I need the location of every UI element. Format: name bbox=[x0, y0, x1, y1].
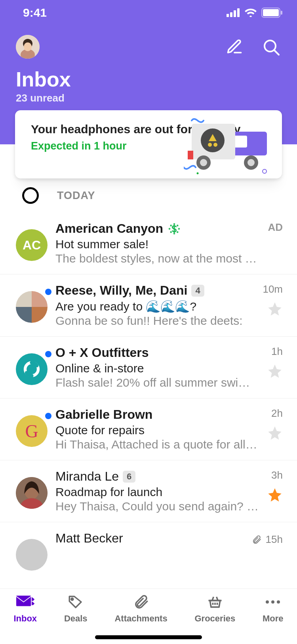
email-subject: Are you ready to 🌊🌊🌊? bbox=[55, 299, 255, 313]
svg-point-45 bbox=[277, 600, 280, 604]
svg-point-25 bbox=[179, 228, 179, 229]
email-time: 10m bbox=[263, 283, 283, 295]
search-icon[interactable] bbox=[262, 38, 281, 59]
email-subject: Roadmap for launch bbox=[55, 485, 259, 499]
svg-rect-1 bbox=[230, 12, 232, 17]
svg-rect-6 bbox=[281, 11, 282, 15]
svg-point-28 bbox=[171, 225, 171, 226]
delivery-truck-icon bbox=[184, 116, 271, 175]
sender-name: Reese, Willy, Me, Dani bbox=[55, 283, 187, 298]
delivery-card[interactable]: Your headphones are out for delivery Exp… bbox=[15, 110, 282, 178]
svg-point-29 bbox=[177, 225, 178, 226]
email-snippet: Hi Thaisa, Attached is a quote for all … bbox=[55, 438, 259, 451]
svg-rect-5 bbox=[263, 9, 279, 16]
email-subject: Hot summer sale! bbox=[55, 238, 260, 251]
sparkle-dollar-icon bbox=[167, 222, 181, 236]
email-row-ad[interactable]: AC American Canyon Hot summer sale! The … bbox=[0, 213, 297, 274]
email-snippet: Flash sale! 20% off all summer swim… bbox=[55, 376, 259, 389]
group-avatar bbox=[16, 291, 48, 323]
svg-point-22 bbox=[263, 169, 267, 173]
email-row[interactable]: G Gabrielle Brown Quote for repairs Hi T… bbox=[0, 399, 297, 460]
email-snippet: Gonna be so fun!! Here's the deets: bbox=[55, 314, 255, 328]
email-list: TODAY AC American Canyon Hot summer sale… bbox=[0, 178, 297, 596]
nav-deals[interactable]: Deals bbox=[64, 593, 88, 644]
star-icon[interactable] bbox=[267, 301, 283, 317]
email-snippet: Hey Thaisa, Could you send again? I … bbox=[55, 500, 259, 513]
svg-point-23 bbox=[197, 172, 199, 174]
compose-icon[interactable] bbox=[226, 38, 243, 59]
sender-avatar bbox=[16, 477, 48, 509]
svg-rect-0 bbox=[227, 14, 229, 17]
sender-avatar: G bbox=[16, 415, 48, 447]
svg-point-26 bbox=[174, 224, 175, 224]
status-bar: 9:41 bbox=[0, 0, 297, 25]
email-snippet: The boldest styles, now at the most adve… bbox=[55, 252, 260, 265]
svg-point-10 bbox=[24, 42, 32, 51]
svg-rect-3 bbox=[237, 8, 240, 17]
svg-point-24 bbox=[169, 228, 170, 229]
nav-label: More bbox=[263, 613, 284, 624]
selection-circle-icon[interactable] bbox=[22, 187, 39, 204]
svg-point-30 bbox=[177, 232, 178, 232]
unread-count: 23 unread bbox=[16, 92, 297, 104]
svg-point-44 bbox=[271, 600, 274, 604]
sender-name: Miranda Le bbox=[55, 469, 119, 484]
mail-icon bbox=[16, 593, 34, 611]
email-subject: Online & in-store bbox=[55, 362, 259, 375]
ad-label: AD bbox=[268, 221, 283, 234]
thread-count: 6 bbox=[123, 471, 135, 483]
nav-label: Deals bbox=[64, 613, 88, 624]
star-icon[interactable] bbox=[267, 487, 283, 503]
sender-name: Matt Becker bbox=[55, 531, 123, 546]
section-header: TODAY bbox=[0, 178, 297, 213]
paperclip-icon bbox=[132, 593, 150, 611]
unread-dot-icon bbox=[45, 413, 51, 419]
nav-more[interactable]: More bbox=[263, 593, 284, 644]
home-indicator[interactable] bbox=[95, 635, 202, 639]
svg-point-19 bbox=[200, 159, 207, 166]
sender-avatar bbox=[16, 539, 48, 571]
email-row[interactable]: O + X Outfitters Online & in-store Flash… bbox=[0, 337, 297, 399]
email-row[interactable]: Miranda Le 6 Roadmap for launch Hey Thai… bbox=[0, 460, 297, 522]
attachment-icon bbox=[251, 535, 262, 545]
unread-dot-icon bbox=[45, 289, 51, 295]
email-row[interactable]: Matt Becker 15h bbox=[0, 522, 297, 579]
status-icons bbox=[227, 8, 283, 18]
basket-icon bbox=[206, 593, 224, 611]
svg-point-27 bbox=[174, 233, 175, 234]
svg-point-43 bbox=[266, 600, 269, 604]
tag-icon bbox=[67, 593, 85, 611]
status-time: 9:41 bbox=[23, 6, 47, 19]
email-subject: Quote for repairs bbox=[55, 424, 259, 437]
unread-dot-icon bbox=[45, 351, 51, 357]
svg-point-31 bbox=[171, 232, 171, 232]
email-time: 3h bbox=[271, 469, 283, 481]
sender-name: Gabrielle Brown bbox=[55, 407, 152, 422]
svg-rect-16 bbox=[188, 151, 193, 159]
wifi-icon bbox=[244, 8, 257, 17]
sender-avatar bbox=[16, 353, 48, 385]
signal-icon bbox=[227, 8, 240, 17]
email-time: 2h bbox=[271, 407, 283, 420]
nav-label: Attachments bbox=[114, 613, 167, 624]
nav-inbox[interactable]: Inbox bbox=[13, 593, 37, 644]
svg-point-21 bbox=[248, 159, 255, 166]
sender-name: American Canyon bbox=[55, 221, 163, 236]
page-title: Inbox bbox=[16, 67, 297, 91]
star-icon[interactable] bbox=[267, 363, 283, 379]
thread-count: 4 bbox=[191, 285, 204, 297]
svg-rect-36 bbox=[16, 596, 31, 606]
battery-icon bbox=[261, 8, 283, 18]
more-icon bbox=[264, 593, 282, 611]
sender-avatar: AC bbox=[16, 229, 48, 261]
profile-avatar[interactable] bbox=[16, 35, 40, 59]
section-label: TODAY bbox=[57, 190, 95, 202]
email-time: 1h bbox=[271, 345, 283, 358]
svg-point-39 bbox=[71, 598, 73, 600]
svg-line-12 bbox=[274, 50, 279, 55]
email-time: 15h bbox=[266, 533, 283, 546]
svg-rect-2 bbox=[234, 10, 236, 17]
email-row[interactable]: Reese, Willy, Me, Dani 4 Are you ready t… bbox=[0, 274, 297, 337]
star-icon[interactable] bbox=[267, 425, 283, 441]
nav-label: Groceries bbox=[194, 613, 235, 624]
